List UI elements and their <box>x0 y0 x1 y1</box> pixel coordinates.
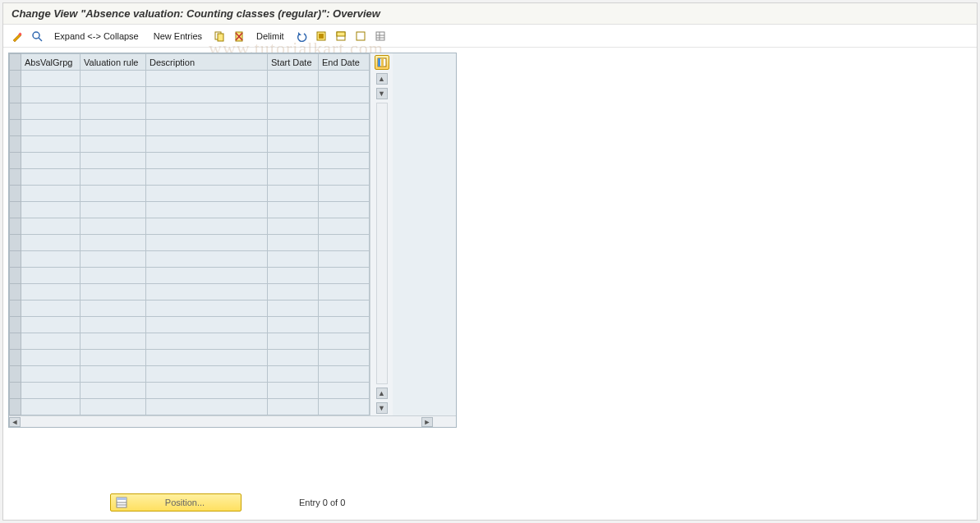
cell[interactable] <box>268 268 319 284</box>
cell[interactable] <box>81 251 146 268</box>
cell[interactable] <box>268 300 319 317</box>
col-header-end-date[interactable]: End Date <box>319 54 370 71</box>
cell[interactable] <box>268 202 319 218</box>
row-selector[interactable] <box>10 333 21 350</box>
cell[interactable] <box>81 87 146 103</box>
cell[interactable] <box>81 186 146 202</box>
cell[interactable] <box>146 235 268 251</box>
table-settings-icon[interactable] <box>371 28 389 44</box>
cell[interactable] <box>81 317 146 333</box>
cell[interactable] <box>146 317 268 333</box>
cell[interactable] <box>146 350 268 366</box>
cell[interactable] <box>268 366 319 383</box>
cell[interactable] <box>146 251 268 268</box>
row-selector[interactable] <box>10 103 21 120</box>
cell[interactable] <box>21 218 81 235</box>
cell[interactable] <box>81 350 146 366</box>
scroll-down-bottom-button[interactable]: ▼ <box>376 402 388 414</box>
row-selector[interactable] <box>10 366 21 383</box>
cell[interactable] <box>319 120 370 136</box>
scroll-down-button[interactable]: ▼ <box>376 88 388 99</box>
cell[interactable] <box>319 169 370 186</box>
deselect-all-icon[interactable] <box>352 28 370 44</box>
cell[interactable] <box>319 300 370 317</box>
cell[interactable] <box>21 317 81 333</box>
cell[interactable] <box>319 333 370 350</box>
cell[interactable] <box>319 268 370 284</box>
cell[interactable] <box>21 71 81 87</box>
cell[interactable] <box>268 120 319 136</box>
delete-icon[interactable] <box>230 28 248 44</box>
cell[interactable] <box>268 284 319 300</box>
cell[interactable] <box>81 333 146 350</box>
cell[interactable] <box>319 383 370 399</box>
cell[interactable] <box>21 268 81 284</box>
select-block-icon[interactable] <box>332 28 350 44</box>
delimit-button[interactable]: Delimit <box>250 31 291 41</box>
cell[interactable] <box>319 317 370 333</box>
cell[interactable] <box>268 87 319 103</box>
select-all-rows[interactable] <box>10 54 21 71</box>
cell[interactable] <box>21 87 81 103</box>
scroll-left-button[interactable]: ◄ <box>9 417 21 427</box>
row-selector[interactable] <box>10 251 21 268</box>
row-selector[interactable] <box>10 136 21 153</box>
row-selector[interactable] <box>10 120 21 136</box>
cell[interactable] <box>146 202 268 218</box>
cell[interactable] <box>21 169 81 186</box>
cell[interactable] <box>81 268 146 284</box>
cell[interactable] <box>319 235 370 251</box>
cell[interactable] <box>81 235 146 251</box>
scroll-up-button[interactable]: ▲ <box>376 73 388 85</box>
cell[interactable] <box>146 333 268 350</box>
cell[interactable] <box>81 399 146 415</box>
cell[interactable] <box>21 366 81 383</box>
cell[interactable] <box>21 186 81 202</box>
cell[interactable] <box>146 383 268 399</box>
cell[interactable] <box>81 300 146 317</box>
cell[interactable] <box>146 103 268 120</box>
col-header-start-date[interactable]: Start Date <box>268 54 319 71</box>
cell[interactable] <box>81 284 146 300</box>
row-selector[interactable] <box>10 300 21 317</box>
cell[interactable] <box>319 103 370 120</box>
cell[interactable] <box>268 399 319 415</box>
cell[interactable] <box>21 202 81 218</box>
select-all-icon[interactable] <box>312 28 330 44</box>
cell[interactable] <box>81 71 146 87</box>
cell[interactable] <box>21 399 81 415</box>
position-button[interactable]: Position... <box>110 493 242 512</box>
cell[interactable] <box>268 71 319 87</box>
cell[interactable] <box>21 235 81 251</box>
cell[interactable] <box>81 169 146 186</box>
cell[interactable] <box>21 284 81 300</box>
cell[interactable] <box>319 71 370 87</box>
cell[interactable] <box>21 300 81 317</box>
horizontal-scroll-track[interactable] <box>21 417 421 427</box>
cell[interactable] <box>268 333 319 350</box>
col-header-description[interactable]: Description <box>146 54 268 71</box>
cell[interactable] <box>21 120 81 136</box>
cell[interactable] <box>21 251 81 268</box>
cell[interactable] <box>319 218 370 235</box>
row-selector[interactable] <box>10 350 21 366</box>
cell[interactable] <box>146 284 268 300</box>
toggle-display-change-icon[interactable] <box>8 28 26 44</box>
cell[interactable] <box>268 251 319 268</box>
row-selector[interactable] <box>10 284 21 300</box>
cell[interactable] <box>268 153 319 169</box>
cell[interactable] <box>268 103 319 120</box>
row-selector[interactable] <box>10 235 21 251</box>
row-selector[interactable] <box>10 218 21 235</box>
expand-collapse-button[interactable]: Expand <-> Collapse <box>48 31 145 41</box>
cell[interactable] <box>146 153 268 169</box>
cell[interactable] <box>319 202 370 218</box>
cell[interactable] <box>319 366 370 383</box>
row-selector[interactable] <box>10 317 21 333</box>
cell[interactable] <box>319 399 370 415</box>
cell[interactable] <box>268 136 319 153</box>
cell[interactable] <box>146 87 268 103</box>
cell[interactable] <box>21 383 81 399</box>
cell[interactable] <box>319 136 370 153</box>
cell[interactable] <box>81 103 146 120</box>
